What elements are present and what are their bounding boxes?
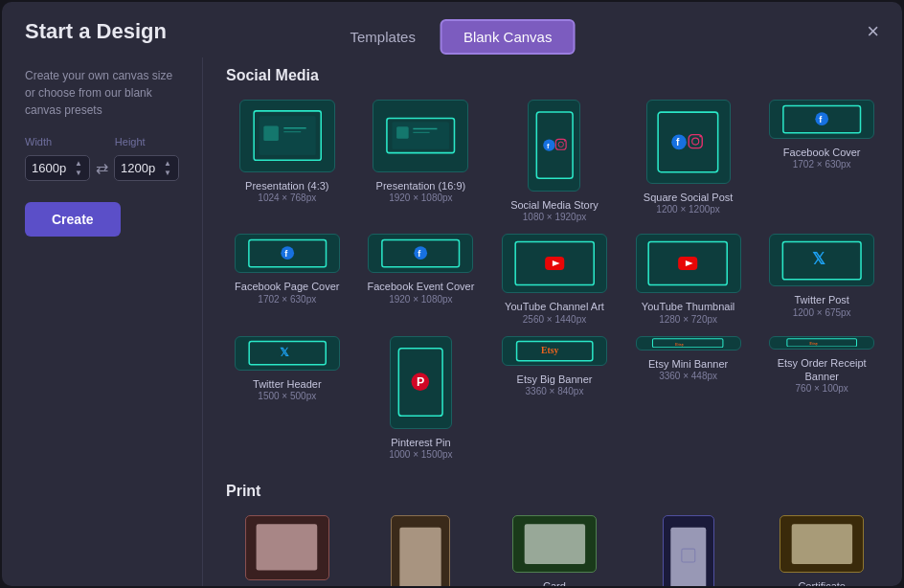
tab-templates[interactable]: Templates [329,19,437,55]
canvas-thumb-print-poster [391,515,450,586]
canvas-thumb-etsy-mini-banner: Etsy [636,336,741,351]
canvas-name-presentation-16-9: Presentation (16:9) [376,179,466,192]
svg-rect-16 [658,112,718,172]
canvas-item-print-card[interactable]: Card [493,515,616,586]
modal-header: Start a Design Templates Blank Canvas × [2,2,902,44]
canvas-item-pinterest-pin[interactable]: P Pinterest Pin 1000 × 1500px [360,336,483,460]
print-section-title: Print [226,483,883,500]
dimension-row: ▲ ▼ ⇄ ▲ ▼ [25,155,179,181]
width-down-arrow[interactable]: ▼ [75,169,82,178]
canvas-item-youtube-thumbnail[interactable]: YouTube Thumbnail 1280 × 720px [627,234,750,324]
canvas-thumb-square-post: f [646,100,731,184]
svg-text:𝕏: 𝕏 [279,346,288,359]
print-grid: Flyer Poster [226,515,883,586]
canvas-item-print-bookmark[interactable]: Bookmark [627,515,750,586]
canvas-dims-etsy-big-banner: 3360 × 840px [526,386,584,396]
svg-text:f: f [547,142,550,150]
svg-text:Etsy: Etsy [541,345,559,355]
canvas-dims-pinterest-pin: 1000 × 1500px [389,449,452,460]
svg-rect-48 [787,338,857,346]
canvas-thumb-presentation-16-9 [373,100,468,172]
canvas-thumb-print-flyer [245,515,329,580]
svg-text:Etsy: Etsy [675,342,685,347]
canvas-item-facebook-event-cover[interactable]: f Facebook Event Cover 1920 × 1080px [360,234,483,324]
svg-text:P: P [417,375,424,389]
width-label: Width [25,136,89,147]
right-panel: Social Media P [203,57,902,586]
svg-point-15 [564,141,566,143]
svg-rect-55 [791,524,851,564]
canvas-thumb-presentation-4-3 [239,100,335,172]
canvas-item-youtube-channel-art[interactable]: YouTube Channel Art 2560 × 1440px [493,234,616,324]
swap-dimensions-button[interactable]: ⇄ [96,159,108,177]
canvas-item-twitter-header[interactable]: 𝕏 Twitter Header 1500 × 500px [226,336,349,460]
canvas-dims-facebook-cover: 1702 × 630px [793,159,851,170]
canvas-dims-presentation-16-9: 1920 × 1080px [389,192,452,203]
close-button[interactable]: × [867,21,879,42]
canvas-dims-youtube-thumbnail: 1280 × 720px [659,314,717,325]
width-input-wrap: ▲ ▼ [25,155,90,181]
svg-rect-52 [524,524,584,564]
canvas-name-etsy-receipt-banner: Etsy Order Receipt Banner [760,356,883,384]
canvas-thumb-etsy-big-banner: Etsy [502,336,607,366]
canvas-thumb-twitter-header: 𝕏 [235,336,340,371]
height-input[interactable] [115,156,161,180]
svg-point-14 [558,143,563,147]
canvas-item-etsy-receipt-banner[interactable]: Etsy Etsy Order Receipt Banner 760 × 100… [760,336,883,460]
height-down-arrow[interactable]: ▼ [164,169,171,178]
canvas-name-square-post: Square Social Post [644,191,734,204]
canvas-thumb-print-certificate [780,515,864,573]
create-button[interactable]: Create [25,202,121,237]
height-up-arrow[interactable]: ▲ [164,159,171,169]
dimension-labels: Width Height [25,136,179,147]
canvas-name-social-story: Social Media Story [510,198,599,212]
modal: Start a Design Templates Blank Canvas × … [2,2,902,586]
width-input[interactable] [26,156,72,180]
canvas-item-twitter-post[interactable]: 𝕏 Twitter Post 1200 × 675px [760,234,883,324]
width-up-arrow[interactable]: ▲ [75,159,82,169]
svg-point-21 [700,135,702,137]
canvas-dims-twitter-post: 1200 × 675px [793,307,851,318]
canvas-item-etsy-big-banner[interactable]: Etsy Etsy Big Banner 3360 × 840px [493,336,616,460]
canvas-name-youtube-channel-art: YouTube Channel Art [505,300,604,313]
social-media-grid: Presentation (4:3) 1024 × 768px [226,100,883,460]
canvas-thumb-pinterest-pin: P [390,336,452,429]
modal-body: Create your own canvas size or choose fr… [2,57,902,586]
canvas-dims-presentation-4-3: 1024 × 768px [258,192,316,203]
canvas-name-facebook-event-cover: Facebook Event Cover [367,280,474,293]
canvas-dims-etsy-mini-banner: 3360 × 448px [659,371,717,381]
height-label: Height [115,136,179,147]
canvas-name-pinterest-pin: Pinterest Pin [391,436,450,449]
canvas-dims-social-story: 1080 × 1920px [523,212,586,222]
canvas-name-print-certificate: Certificate [798,579,846,586]
tab-blank-canvas[interactable]: Blank Canvas [441,19,576,55]
canvas-item-print-poster[interactable]: Poster [360,515,483,586]
svg-rect-46 [653,339,723,348]
canvas-item-square-post[interactable]: f Square Social Post 1200 × 1200px [627,100,750,222]
canvas-thumb-twitter-post: 𝕏 [769,234,874,286]
canvas-item-print-flyer[interactable]: Flyer [226,515,349,586]
svg-point-20 [692,138,699,145]
svg-rect-2 [263,126,279,142]
canvas-item-print-certificate[interactable]: Certificate [760,515,883,586]
left-panel-description: Create your own canvas size or choose fr… [25,67,179,119]
svg-rect-50 [257,525,318,571]
canvas-name-etsy-big-banner: Etsy Big Banner [517,373,593,386]
canvas-dims-twitter-header: 1500 × 500px [258,391,316,401]
canvas-thumb-facebook-event-cover: f [368,234,473,273]
canvas-name-twitter-header: Twitter Header [253,377,322,391]
canvas-item-facebook-cover[interactable]: f Facebook Cover 1702 × 630px [760,100,883,222]
canvas-item-social-story[interactable]: f Social Media Story 1080 × 1920px [493,100,616,222]
canvas-item-facebook-page-cover[interactable]: f Facebook Page Cover 1702 × 630px [226,234,349,324]
canvas-item-presentation-16-9[interactable]: Presentation (16:9) 1920 × 1080px [360,100,483,222]
canvas-thumb-facebook-page-cover: f [235,234,340,273]
height-arrows: ▲ ▼ [161,157,174,179]
modal-overlay: Start a Design Templates Blank Canvas × … [0,0,904,588]
canvas-item-presentation-4-3[interactable]: Presentation (4:3) 1024 × 768px [226,100,349,222]
svg-text:𝕏: 𝕏 [812,249,825,267]
canvas-name-etsy-mini-banner: Etsy Mini Banner [648,357,728,371]
svg-rect-7 [396,127,409,140]
canvas-name-facebook-page-cover: Facebook Page Cover [235,280,339,293]
canvas-name-presentation-4-3: Presentation (4:3) [245,179,328,192]
canvas-item-etsy-mini-banner[interactable]: Etsy Etsy Mini Banner 3360 × 448px [627,336,750,460]
